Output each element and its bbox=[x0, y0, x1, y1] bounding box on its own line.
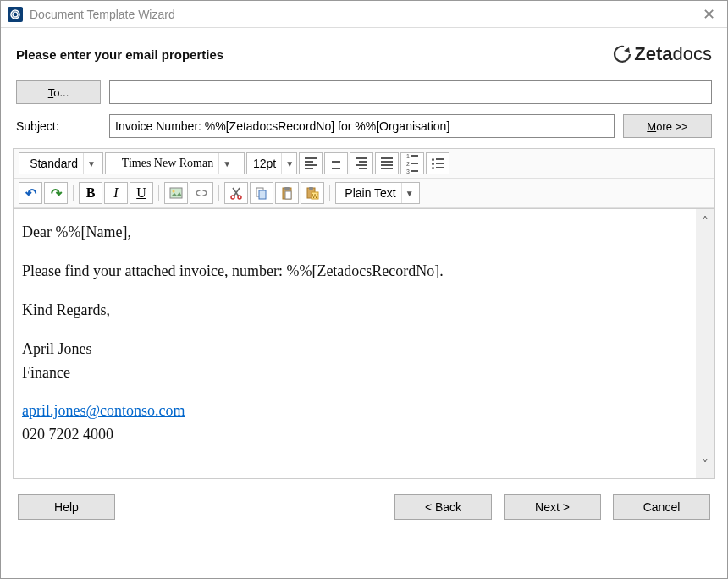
cut-icon[interactable] bbox=[224, 182, 248, 204]
wizard-footer: Help < Back Next > Cancel bbox=[1, 479, 727, 520]
align-justify-icon[interactable] bbox=[375, 152, 399, 174]
editor-area: Dear %%[Name], Please find your attached… bbox=[13, 208, 715, 479]
align-left-icon[interactable] bbox=[299, 152, 323, 174]
cancel-button[interactable]: Cancel bbox=[613, 494, 710, 520]
plain-text-select[interactable]: Plain Text▼ bbox=[335, 182, 420, 204]
scroll-down-icon[interactable]: ˅ bbox=[698, 457, 713, 473]
email-body-editor[interactable]: Dear %%[Name], Please find your attached… bbox=[14, 209, 696, 478]
subject-label: Subject: bbox=[16, 119, 101, 133]
style-select[interactable]: Standard▼ bbox=[19, 152, 103, 174]
svg-point-5 bbox=[238, 196, 241, 199]
toolbar-row-2: ↶ ↷ B I U W Plain Text▼ bbox=[14, 179, 714, 208]
subject-row: Subject: More >> bbox=[16, 114, 712, 138]
size-select-value: 12pt bbox=[253, 157, 276, 170]
more-button[interactable]: More >> bbox=[623, 114, 712, 138]
body-line-invoice: Please find your attached invoice, numbe… bbox=[22, 260, 687, 284]
bold-icon[interactable]: B bbox=[79, 182, 102, 204]
window-title: Document Template Wizard bbox=[30, 8, 175, 21]
svg-rect-3 bbox=[201, 190, 203, 196]
body-signature-name: April Jones bbox=[22, 340, 92, 357]
paste-special-icon[interactable]: W bbox=[301, 182, 324, 204]
style-select-value: Standard bbox=[30, 157, 78, 170]
body-regards: Kind Regards, bbox=[22, 299, 687, 323]
italic-icon[interactable]: I bbox=[104, 182, 128, 204]
image-icon[interactable] bbox=[164, 182, 188, 204]
size-select[interactable]: 12pt▼ bbox=[246, 152, 297, 174]
numbered-list-icon[interactable]: 123 bbox=[400, 152, 424, 174]
body-signature-dept: Finance bbox=[22, 364, 70, 381]
toolbar-row-1: Standard▼ Times New Roman▼ 12pt▼ 123 bbox=[14, 149, 714, 179]
svg-rect-12 bbox=[309, 187, 313, 190]
subject-input[interactable] bbox=[109, 114, 615, 138]
plain-text-value: Plain Text bbox=[345, 186, 395, 200]
svg-rect-0 bbox=[170, 188, 182, 198]
instruction-text: Please enter your email properties bbox=[16, 47, 223, 62]
svg-point-1 bbox=[173, 190, 175, 193]
body-greeting: Dear %%[Name], bbox=[22, 221, 687, 245]
align-center-icon[interactable] bbox=[324, 152, 348, 174]
redo-icon[interactable]: ↷ bbox=[44, 182, 68, 204]
help-button[interactable]: Help bbox=[18, 494, 115, 520]
copy-icon[interactable] bbox=[250, 182, 273, 204]
svg-text:W: W bbox=[312, 193, 318, 199]
to-row: To... bbox=[16, 80, 712, 104]
svg-rect-9 bbox=[284, 187, 290, 190]
bullet-list-icon[interactable] bbox=[426, 152, 449, 174]
app-icon bbox=[8, 7, 23, 22]
body-email-link[interactable]: april.jones@contonso.com bbox=[22, 402, 185, 419]
svg-rect-7 bbox=[259, 190, 266, 199]
undo-icon[interactable]: ↶ bbox=[19, 182, 42, 204]
next-button[interactable]: Next > bbox=[504, 494, 601, 520]
body-phone: 020 7202 4000 bbox=[22, 426, 113, 443]
editor-scrollbar[interactable]: ˄ ˅ bbox=[696, 209, 714, 478]
to-input[interactable] bbox=[109, 80, 712, 104]
brand-swirl-icon bbox=[612, 44, 632, 64]
underline-icon[interactable]: U bbox=[130, 182, 153, 204]
editor-toolbar: Standard▼ Times New Roman▼ 12pt▼ 123 ↶ ↷… bbox=[13, 148, 715, 208]
paste-icon[interactable] bbox=[275, 182, 299, 204]
font-select[interactable]: Times New Roman▼ bbox=[105, 152, 245, 174]
scroll-up-icon[interactable]: ˄ bbox=[698, 214, 713, 230]
fields-area: To... Subject: More >> bbox=[1, 72, 727, 138]
svg-rect-10 bbox=[285, 191, 291, 199]
svg-point-4 bbox=[231, 196, 234, 199]
align-right-icon[interactable] bbox=[350, 152, 373, 174]
brand-logo: Zetadocs bbox=[612, 43, 712, 65]
close-icon[interactable]: ✕ bbox=[698, 3, 720, 25]
title-bar: Document Template Wizard ✕ bbox=[1, 1, 727, 28]
back-button[interactable]: < Back bbox=[394, 494, 492, 520]
font-select-value: Times New Roman bbox=[122, 157, 213, 170]
brand-text: docs bbox=[673, 43, 712, 64]
header-row: Please enter your email properties Zetad… bbox=[1, 28, 727, 72]
link-icon[interactable] bbox=[190, 182, 213, 204]
to-button[interactable]: To... bbox=[16, 80, 101, 104]
